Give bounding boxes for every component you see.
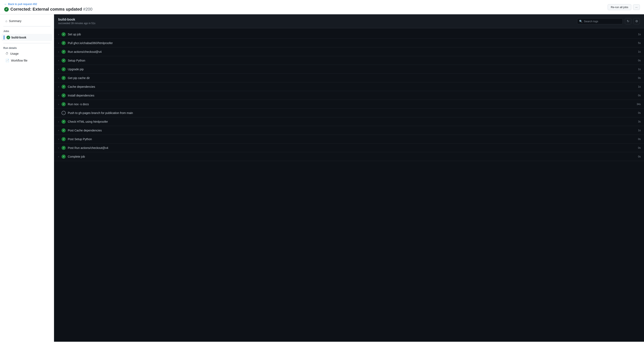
step-row[interactable]: ›✓Complete job0s: [54, 152, 644, 161]
title-text: Corrected: External comms updated #200: [10, 7, 92, 12]
settings-button[interactable]: ⚙: [634, 18, 640, 24]
step-name-label: Check HTML using htmlproofer: [68, 120, 633, 123]
chevron-right-icon: ›: [57, 120, 60, 123]
step-row[interactable]: ›✓Run actions/checkout@v41s: [54, 48, 644, 56]
step-duration: 34s: [635, 103, 641, 106]
step-name-label: Run actions/checkout@v4: [68, 50, 633, 54]
top-header: ← Back to pull request #92 ✓ Corrected: …: [0, 0, 644, 14]
step-duration: 1s: [635, 50, 641, 53]
search-wrap: 🔍: [577, 18, 623, 24]
rerun-all-button[interactable]: Re-run all jobs: [608, 4, 631, 10]
run-details-section: ⏱ Usage 📄 Workflow file: [0, 50, 54, 64]
file-icon: 📄: [6, 59, 9, 62]
step-row[interactable]: ›✓Run nox -s docs34s: [54, 100, 644, 109]
back-link[interactable]: ← Back to pull request #92: [4, 3, 92, 6]
chevron-right-icon: ›: [57, 155, 60, 158]
job-success-icon: ✓: [6, 36, 10, 39]
success-check-icon: ✓: [4, 7, 9, 12]
step-name-label: Push to gh-pages branch for publication …: [68, 111, 633, 115]
step-duration: 0s: [635, 77, 641, 80]
step-status-icon: ✓: [62, 85, 66, 89]
header-right: Re-run all jobs ···: [608, 4, 640, 10]
summary-label: Summary: [9, 19, 22, 23]
step-name-label: Install dependencies: [68, 94, 633, 97]
sidebar-divider-1: [3, 26, 50, 27]
step-row[interactable]: ›✓Post Setup Python0s: [54, 135, 644, 144]
step-row[interactable]: ›✓Upgrade pip1s: [54, 65, 644, 74]
step-row[interactable]: ›✓Get pip cache dir0s: [54, 74, 644, 82]
clock-icon: ⏱: [6, 52, 8, 55]
step-duration: 1s: [635, 129, 641, 132]
content-panel: build-book succeeded 39 minutes ago in 5…: [54, 14, 644, 342]
chevron-right-icon: ›: [57, 51, 60, 53]
step-name-label: Post Setup Python: [68, 138, 633, 141]
step-duration: 1s: [635, 68, 641, 71]
header-left: ← Back to pull request #92 ✓ Corrected: …: [4, 3, 92, 12]
sidebar-item-summary[interactable]: ⌂ Summary: [3, 18, 50, 24]
more-options-button[interactable]: ···: [633, 4, 640, 10]
sidebar-item-workflow-file[interactable]: 📄 Workflow file: [3, 57, 50, 64]
chevron-right-icon: ›: [57, 138, 60, 140]
chevron-right-icon: ›: [57, 42, 60, 44]
back-arrow-icon: ←: [4, 3, 7, 6]
step-row[interactable]: ›✓Cache dependencies1s: [54, 82, 644, 91]
step-status-icon: ✓: [62, 59, 66, 63]
main-layout: ⌂ Summary Jobs ✓ build-book Run details …: [0, 14, 644, 342]
step-name-label: Get pip cache dir: [68, 76, 633, 80]
job-header: build-book succeeded 39 minutes ago in 5…: [54, 14, 644, 28]
job-header-actions: 🔍 ↻ ⚙: [577, 18, 640, 24]
home-icon: ⌂: [6, 19, 7, 23]
step-name-label: Post Run actions/checkout@v4: [68, 146, 633, 150]
search-icon: 🔍: [579, 20, 582, 23]
chevron-right-icon: ›: [57, 33, 60, 36]
step-duration: 1s: [635, 85, 641, 88]
usage-label: Usage: [10, 52, 18, 55]
step-name-label: Cache dependencies: [68, 85, 633, 88]
chevron-right-icon: ›: [57, 94, 60, 97]
step-row[interactable]: ›✓Check HTML using htmlproofer3s: [54, 117, 644, 126]
active-indicator: [4, 35, 4, 40]
chevron-right-icon: ›: [57, 103, 60, 105]
refresh-button[interactable]: ↻: [625, 18, 631, 24]
job-panel-meta: succeeded 39 minutes ago in 51s: [58, 22, 96, 25]
step-duration: 1s: [635, 33, 641, 36]
chevron-right-icon: ›: [57, 147, 60, 149]
steps-list: ›✓Set up job1s›✓Pull ghcr.io/chabad360/h…: [54, 28, 644, 163]
step-status-icon: ✓: [62, 102, 66, 106]
step-duration: 0s: [635, 146, 641, 149]
step-status-icon: ✓: [62, 67, 66, 71]
sidebar: ⌂ Summary Jobs ✓ build-book Run details …: [0, 14, 54, 342]
step-duration: 0s: [635, 94, 641, 97]
step-duration: 5s: [635, 42, 641, 45]
step-duration: 0s: [635, 138, 641, 141]
search-logs-input[interactable]: [577, 18, 623, 24]
step-name-label: Run nox -s docs: [68, 103, 633, 106]
step-row[interactable]: –Push to gh-pages branch for publication…: [54, 109, 644, 117]
step-row[interactable]: ›✓Set up job1s: [54, 30, 644, 39]
step-row[interactable]: ›✓Post Run actions/checkout@v40s: [54, 144, 644, 152]
step-status-icon: ✓: [62, 120, 66, 124]
step-row[interactable]: ›✓Post Cache dependencies1s: [54, 126, 644, 135]
step-status-icon: ✓: [62, 137, 66, 141]
step-status-icon: ✓: [62, 155, 66, 159]
step-status-icon: –: [62, 111, 66, 115]
job-panel-title: build-book: [58, 18, 96, 22]
page-title: ✓ Corrected: External comms updated #200: [4, 7, 92, 12]
workflow-file-label: Workflow file: [11, 59, 28, 62]
jobs-section-label: Jobs: [0, 29, 54, 34]
chevron-right-icon: ›: [57, 59, 60, 62]
step-duration: 0s: [635, 59, 641, 62]
chevron-right-icon: ›: [57, 68, 60, 71]
step-duration: 0s: [635, 112, 641, 114]
run-details-label: Run details: [0, 45, 54, 50]
job-name-label: build-book: [12, 36, 26, 39]
step-status-icon: ✓: [62, 146, 66, 150]
step-row[interactable]: ›✓Install dependencies0s: [54, 91, 644, 100]
chevron-right-icon: ›: [57, 129, 60, 132]
sidebar-item-usage[interactable]: ⏱ Usage: [3, 50, 50, 57]
back-link-label: Back to pull request #92: [8, 3, 37, 6]
step-status-icon: ✓: [62, 76, 66, 80]
sidebar-item-build-book[interactable]: ✓ build-book: [2, 34, 52, 41]
step-row[interactable]: ›✓Pull ghcr.io/chabad360/htmlproofer5s: [54, 39, 644, 48]
step-row[interactable]: ›✓Setup Python0s: [54, 56, 644, 65]
